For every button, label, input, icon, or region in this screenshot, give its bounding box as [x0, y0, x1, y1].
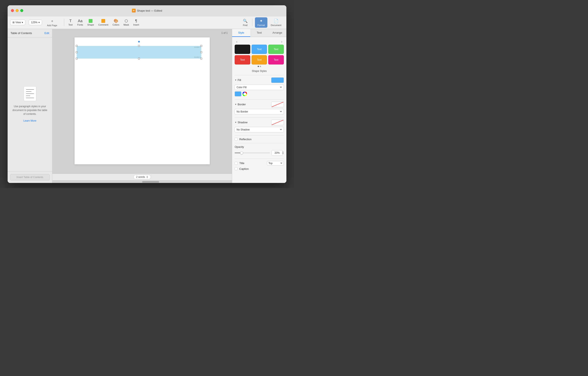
- handle-top-left[interactable]: [76, 45, 77, 47]
- zoom-arrow-icon: ▾: [38, 21, 40, 24]
- zoom-button[interactable]: 125% ▾: [29, 20, 42, 25]
- view-icon: ⊞: [12, 21, 15, 24]
- document-button[interactable]: 📄 Document: [268, 17, 284, 28]
- style-swatch-red[interactable]: Text: [235, 55, 250, 65]
- shape-label-1: SLIDE 1: [194, 56, 200, 58]
- find-button[interactable]: 🔍 Find: [241, 18, 250, 27]
- traffic-lights: [8, 9, 23, 12]
- border-section: ▼ Border No Border: [235, 102, 284, 114]
- minimize-button[interactable]: [16, 9, 19, 12]
- handle-bottom-left[interactable]: [76, 58, 77, 59]
- shadow-type-select[interactable]: No Shadow: [235, 127, 284, 133]
- opacity-slider[interactable]: [235, 153, 270, 153]
- border-swatch[interactable]: [271, 102, 284, 107]
- insert-button[interactable]: ¶ Insert: [131, 18, 141, 27]
- text-icon: T: [69, 19, 72, 23]
- nav-left-arrow[interactable]: ‹: [235, 40, 239, 44]
- dots-indicator: [235, 66, 284, 67]
- mask-icon: ⬡: [125, 19, 128, 23]
- fonts-icon: Aa: [78, 19, 83, 23]
- shadow-swatch[interactable]: [271, 120, 284, 125]
- nav-right-arrow[interactable]: ›: [280, 40, 284, 44]
- handle-middle-right[interactable]: [200, 51, 202, 53]
- color-wheel-icon[interactable]: [243, 92, 247, 96]
- rotation-handle[interactable]: [138, 41, 140, 43]
- fill-type-select[interactable]: Color Fill: [235, 85, 284, 90]
- opacity-label: Opacity: [235, 145, 284, 148]
- sidebar-body: Use paragraph styles in your document to…: [8, 37, 52, 171]
- handle-bottom-right[interactable]: [200, 58, 202, 59]
- style-swatch-green[interactable]: Text: [268, 45, 284, 54]
- add-page-label: Add Page: [47, 24, 57, 27]
- learn-more-link[interactable]: Learn More: [23, 119, 36, 122]
- toc-line-1: [26, 89, 34, 90]
- separator-1: [64, 19, 64, 26]
- format-button[interactable]: ✦ Format: [255, 17, 267, 28]
- opacity-value-box[interactable]: 20%: [272, 150, 283, 156]
- view-arrow-icon: ▾: [22, 21, 23, 24]
- reflection-row: Reflection: [235, 138, 284, 141]
- opacity-down-arrow[interactable]: ▼: [282, 153, 284, 155]
- handle-top-center[interactable]: [138, 45, 140, 47]
- canvas-scrollbar-thumb[interactable]: [142, 181, 159, 183]
- zoom-group: 125% ▾: [29, 20, 42, 25]
- tab-style[interactable]: Style: [232, 29, 250, 37]
- handle-bottom-center[interactable]: [138, 58, 140, 59]
- border-label: ▼ Border: [235, 103, 246, 106]
- view-button[interactable]: ⊞ View ▾: [10, 20, 25, 25]
- shape-container[interactable]: SLIDE 1 SLIDE 1: [77, 46, 201, 59]
- mask-button[interactable]: ⬡ Mask: [121, 18, 131, 27]
- opacity-stepper[interactable]: ▲ ▼: [282, 151, 284, 155]
- arrow-down-icon[interactable]: ▼: [146, 177, 148, 178]
- word-count-arrows[interactable]: ▲ ▼: [146, 176, 148, 178]
- shape-icon: [89, 19, 93, 23]
- shape-element[interactable]: SLIDE 1 SLIDE 1: [77, 46, 201, 59]
- colors-icon: 🎨: [114, 19, 118, 23]
- fill-color-swatch[interactable]: [271, 77, 284, 83]
- tab-arrange[interactable]: Arrange: [268, 29, 286, 37]
- opacity-section: Opacity 20% ▲ ▼: [235, 145, 284, 156]
- title-position-select[interactable]: Top: [267, 161, 284, 166]
- sidebar-edit-button[interactable]: Edit: [45, 32, 49, 35]
- add-page-icon: ＋: [50, 18, 54, 23]
- toolbar-right: 🔍 Find ✦ Format 📄 Document: [241, 17, 284, 28]
- format-label: Format: [257, 24, 265, 26]
- fonts-button[interactable]: Aa Fonts: [75, 18, 85, 27]
- add-page-button[interactable]: ＋ Add Page: [45, 18, 59, 27]
- canvas-area: 1 of 1 SLIDE 1 SLIDE 1: [52, 29, 232, 183]
- style-swatch-black[interactable]: [235, 45, 250, 54]
- color-row: [235, 91, 284, 96]
- document-page[interactable]: SLIDE 1 SLIDE 1: [74, 37, 210, 164]
- view-group: ⊞ View ▾: [10, 20, 25, 25]
- separator-2: [252, 19, 252, 26]
- opacity-slider-thumb[interactable]: [240, 151, 243, 154]
- title-checkbox[interactable]: [235, 162, 238, 165]
- tab-text[interactable]: Text: [250, 29, 268, 37]
- fill-color-button[interactable]: [235, 91, 242, 96]
- zoom-value: 125%: [31, 21, 38, 24]
- canvas-scroll[interactable]: 1 of 1 SLIDE 1 SLIDE 1: [52, 29, 232, 174]
- panel-content: ‹ › Text Text Text Text: [232, 37, 286, 183]
- caption-checkbox[interactable]: [235, 167, 238, 170]
- style-swatch-pink[interactable]: Text: [268, 55, 284, 65]
- style-swatch-orange[interactable]: Text: [252, 55, 267, 65]
- main-content: Table of Contents Edit Use paragraph sty…: [8, 29, 286, 183]
- comment-button[interactable]: Comment: [96, 18, 110, 27]
- canvas-scrollbar[interactable]: [52, 180, 232, 183]
- word-count-pill[interactable]: 2 words ▲ ▼: [134, 175, 151, 179]
- reflection-checkbox[interactable]: [235, 138, 238, 141]
- no-fill-swatch-shadow: [271, 120, 284, 125]
- colors-button[interactable]: 🎨 Colors: [110, 18, 121, 27]
- border-arrow-icon: ▼: [235, 103, 237, 106]
- maximize-button[interactable]: [20, 9, 23, 12]
- shape-button[interactable]: Shape: [85, 18, 96, 27]
- style-swatch-blue[interactable]: Text: [252, 45, 267, 54]
- border-type-select[interactable]: No Border: [235, 109, 284, 114]
- text-button[interactable]: T Text: [66, 18, 75, 27]
- close-button[interactable]: [11, 9, 14, 12]
- opacity-value-group: 20% ▲ ▼: [272, 150, 284, 156]
- handle-top-right[interactable]: [200, 45, 202, 47]
- fill-label: ▼ Fill: [235, 78, 241, 82]
- handle-middle-left[interactable]: [76, 51, 77, 53]
- page-number: 1 of 1: [221, 32, 228, 34]
